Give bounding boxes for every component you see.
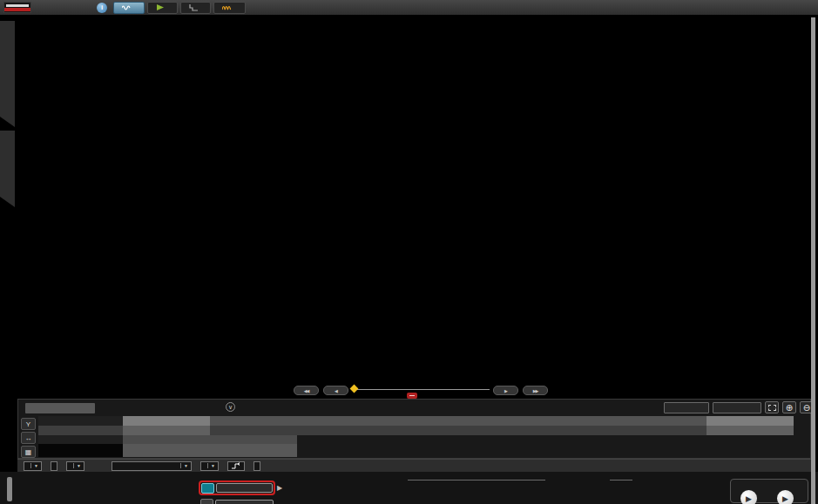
zoom-in-button[interactable]: ⊕ — [782, 401, 796, 413]
measurements-panel: ∨ ⊕ ⊖ Y ↔ ▦ — [17, 399, 811, 459]
sidebar-tab-instrument-control[interactable] — [0, 21, 15, 127]
timebase-bar: ▼ ▼ ▼ ▼ — [17, 459, 811, 472]
pan-left-button[interactable]: ◀ — [323, 386, 348, 395]
mode-select[interactable]: ▼ — [200, 461, 219, 471]
tab-ccdf[interactable] — [180, 2, 211, 14]
between-markers-header — [210, 416, 706, 426]
ccdf-curve-icon — [189, 3, 199, 11]
marker2-band — [210, 435, 297, 444]
window-right-scrollbar[interactable] — [811, 17, 815, 504]
tab-arb[interactable] — [213, 2, 246, 14]
marker1-header[interactable] — [123, 416, 210, 426]
active-divider — [408, 480, 545, 480]
measurements-table — [38, 416, 794, 457]
scroll-thumb[interactable] — [350, 385, 359, 393]
probe-tool-button[interactable]: Y — [21, 418, 36, 430]
points-select[interactable]: ▼ — [66, 461, 85, 471]
app-logo-icon — [3, 2, 31, 13]
marker2-time — [706, 426, 794, 435]
grid-tool-button[interactable]: ▦ — [21, 446, 36, 458]
instruments-expand-icon[interactable]: ▶ — [277, 484, 282, 492]
trigger-source-select[interactable]: ▼ — [112, 461, 192, 471]
marker2-header[interactable] — [706, 416, 794, 426]
sine-icon — [122, 4, 132, 11]
info-icon[interactable]: i — [97, 3, 107, 13]
scroll-trigger-indicator — [407, 393, 417, 399]
marker1-value — [123, 444, 210, 457]
stat-row-spacer — [38, 435, 123, 444]
rising-edge-icon — [231, 462, 241, 470]
autoscale-button[interactable] — [713, 402, 761, 413]
scope-plot[interactable] — [0, 0, 818, 400]
delta-freq-cell — [210, 426, 706, 435]
instrument-a-group[interactable] — [199, 480, 275, 495]
pan-far-right-button[interactable]: ▶▶ — [523, 386, 548, 395]
zoom-region-button[interactable] — [765, 401, 779, 413]
bottom-panel: ▶ ▶ ▶ — [0, 472, 818, 504]
app-window: i ◀◀ — [0, 0, 818, 504]
scroll-track[interactable] — [353, 389, 490, 390]
time-row-label — [38, 426, 123, 435]
tab-scope[interactable] — [113, 2, 145, 14]
pan-far-left-button[interactable]: ◀◀ — [294, 386, 319, 395]
marker2-value — [210, 444, 297, 457]
marker1-time — [123, 426, 210, 435]
timebase-scale-select[interactable]: ▼ — [24, 461, 42, 471]
title-bar: i — [0, 0, 818, 15]
run-scope-button[interactable]: ▶ — [740, 490, 757, 504]
run-panel: ▶ ▶ — [730, 479, 808, 503]
instrument-b-connect-button[interactable] — [215, 500, 274, 504]
app-tabs — [113, 2, 246, 14]
instrument-b-group[interactable] — [200, 498, 274, 504]
ranges-button[interactable] — [664, 402, 709, 413]
tab-data-logger[interactable] — [147, 2, 178, 14]
instrument-a-connected-button[interactable] — [216, 483, 273, 493]
active-divider2 — [610, 480, 632, 480]
slope-button[interactable] — [227, 461, 245, 471]
pan-right-button[interactable]: ▶ — [493, 386, 518, 395]
datalogger-flag-icon — [156, 3, 166, 11]
offset-value[interactable] — [51, 461, 57, 471]
level-value[interactable] — [254, 461, 260, 471]
bottom-scrollbar[interactable] — [7, 477, 12, 501]
panel-collapse-icon[interactable]: ∨ — [226, 402, 235, 412]
markers-tool-button[interactable]: ↔ — [21, 432, 36, 444]
sidebar-tab-error-log[interactable] — [0, 131, 15, 207]
arb-wave-icon — [222, 3, 233, 11]
marker1-band — [123, 435, 210, 444]
signal-row-label — [38, 444, 123, 457]
run-arb-button[interactable]: ▶ — [777, 490, 794, 504]
instrument-a-chip — [201, 483, 214, 494]
table-corner — [38, 416, 123, 426]
acquisition-status-badge[interactable] — [25, 403, 95, 413]
instrument-b-chip — [200, 499, 213, 504]
